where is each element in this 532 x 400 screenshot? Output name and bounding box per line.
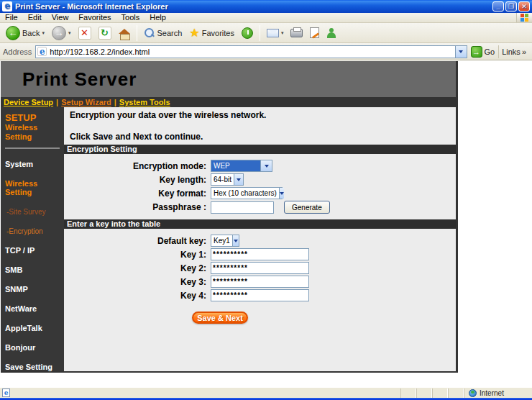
key3-input[interactable] [211,276,309,288]
edit-icon [310,27,319,38]
refresh-button[interactable]: ↻ [96,26,114,40]
default-key-label: Default key: [64,236,211,246]
go-button[interactable]: → Go [471,46,495,58]
maximize-button[interactable]: ❐ [505,1,517,12]
page-favicon-icon: e [37,47,47,56]
back-label: Back [22,29,40,37]
minimize-button[interactable]: _ [492,1,504,12]
chevron-down-icon[interactable] [234,174,243,185]
key-length-select[interactable]: 64-bit [211,173,244,186]
favorites-button[interactable]: ★ Favorites [186,27,237,40]
menu-bar: File Edit View Favorites Tools Help [0,13,532,23]
nav-setup-wizard[interactable]: Setup Wizard [61,98,111,106]
sidebar-item-save-setting[interactable]: Save Setting [5,363,64,371]
nav-separator: | [56,98,58,106]
home-icon [119,29,130,34]
edit-button[interactable] [307,27,322,39]
key-format-label: Key format: [64,188,211,199]
home-button[interactable] [116,31,133,35]
key-table-form: Default key: Key1 Key 1: Key 2: [64,229,456,328]
print-button[interactable] [288,28,306,38]
mail-icon [267,29,279,37]
encryption-mode-select[interactable]: WEP [211,160,272,172]
mail-dropdown-icon[interactable]: ▾ [281,30,284,36]
menu-favorites[interactable]: Favorites [73,13,116,22]
intro-line-2: Click Save and Next to continue. [70,132,456,142]
forward-button[interactable]: → ▾ [49,25,74,41]
stop-icon: ✕ [78,27,91,40]
windows-logo-icon [516,13,532,22]
chevron-down-icon[interactable] [232,235,239,246]
browser-toolbar: ← Back ▾ → ▾ ✕ ↻ Search ★ Favorites [0,23,532,43]
key-length-label: Key length: [64,175,211,185]
chevron-down-icon[interactable] [279,188,284,199]
nav-device-setup[interactable]: Device Setup [4,98,53,106]
sidebar-item-bonjour[interactable]: Bonjour [5,343,64,352]
passphrase-input[interactable] [211,201,274,214]
back-button[interactable]: ← Back ▾ [3,25,47,41]
key4-input[interactable] [211,289,309,301]
menu-tools[interactable]: Tools [116,13,145,22]
sidebar-subheading-wireless: Wireless Setting [5,123,64,142]
go-arrow-icon: → [471,46,482,58]
nav-separator: | [114,98,116,106]
address-input[interactable]: e http://192.168.2.2/index.html [35,45,467,58]
key2-input[interactable] [211,262,309,274]
print-icon [290,29,303,37]
sidebar-item-wireless-setting[interactable]: Wireless Setting [5,179,64,196]
page-viewport: Print Server Device Setup | Setup Wizard… [0,60,532,387]
forward-dropdown-icon[interactable]: ▾ [68,30,71,36]
menu-edit[interactable]: Edit [23,13,47,22]
intro-text: Encryption your data over the wireless n… [64,107,456,145]
sidebar-item-smb[interactable]: SMB [5,265,64,274]
key2-label: Key 2: [64,263,211,273]
main-content: Encryption your data over the wireless n… [64,107,456,371]
address-dropdown-button[interactable] [455,46,467,58]
close-button[interactable]: ✕ [518,1,530,12]
print-server-page: Print Server Device Setup | Setup Wizard… [1,61,458,373]
nav-system-tools[interactable]: System Tools [119,98,170,106]
toolbar-separator [260,25,260,41]
generate-button[interactable]: Generate [284,201,330,214]
key1-input[interactable] [211,248,309,260]
address-url[interactable]: http://192.168.2.2/index.html [50,47,454,56]
sidebar-item-netware[interactable]: NetWare [5,304,64,313]
address-label: Address [3,47,32,56]
links-button[interactable]: Links » [498,45,529,58]
sidebar-item-snmp[interactable]: SNMP [5,285,64,294]
key-format-select[interactable]: Hex (10 characters) [211,187,283,199]
page-banner: Print Server [1,61,456,97]
search-button[interactable]: Search [141,27,185,40]
forward-icon: → [52,26,66,40]
key4-label: Key 4: [64,291,211,301]
sidebar-item-site-survey[interactable]: -Site Survey [5,208,64,216]
mail-button[interactable]: ▾ [264,28,287,38]
menu-help[interactable]: Help [145,13,171,22]
menu-view[interactable]: View [47,13,74,22]
chevron-down-icon[interactable] [260,160,272,171]
messenger-icon [326,28,336,38]
passphrase-label: Passphrase : [64,202,211,212]
sidebar-item-encryption[interactable]: -Encryption [5,227,64,235]
toolbar-separator [137,25,137,41]
save-and-next-button[interactable]: Save & Next [192,312,248,324]
address-bar: Address e http://192.168.2.2/index.html … [0,43,532,60]
messenger-button[interactable] [324,27,339,39]
status-panel [400,388,416,398]
browser-window: e Print Server - Microsoft Internet Expl… [0,0,532,400]
stop-button[interactable]: ✕ [75,26,94,40]
sidebar-item-tcp-ip[interactable]: TCP / IP [5,246,64,255]
security-zone: Internet [464,388,532,398]
search-icon [144,27,155,39]
key1-label: Key 1: [64,250,211,260]
sidebar-item-appletalk[interactable]: AppleTalk [5,324,64,332]
menu-file[interactable]: File [0,13,23,22]
favorites-label: Favorites [202,29,234,37]
history-icon [242,27,253,39]
default-key-select[interactable]: Key1 [211,235,239,247]
sidebar-item-system[interactable]: System [5,160,64,168]
status-bar: e Internet [0,387,532,398]
back-dropdown-icon[interactable]: ▾ [42,30,45,36]
history-button[interactable] [239,27,256,40]
top-navigation: Device Setup | Setup Wizard | System Too… [1,97,456,107]
